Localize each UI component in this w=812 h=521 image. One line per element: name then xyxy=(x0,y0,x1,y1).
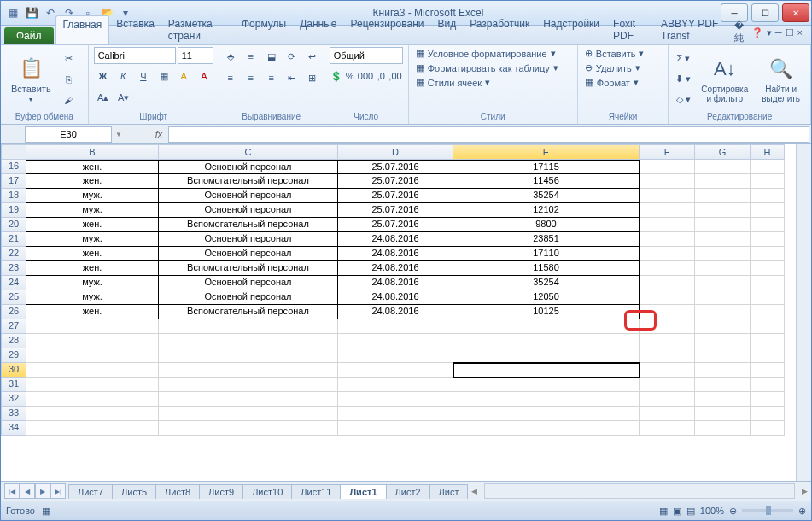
clear-icon[interactable]: ◇ ▾ xyxy=(674,91,692,109)
row-header-26[interactable]: 26 xyxy=(1,305,26,319)
cell-B24[interactable]: муж. xyxy=(26,276,159,290)
row-header-21[interactable]: 21 xyxy=(1,232,26,247)
cell-E26[interactable]: 10125 xyxy=(453,305,640,319)
cell-F23[interactable] xyxy=(640,261,695,276)
cell-G18[interactable] xyxy=(695,189,751,203)
row-header-29[interactable]: 29 xyxy=(1,348,26,363)
format-as-table-button[interactable]: ▦Форматировать как таблицу ▾ xyxy=(414,61,560,74)
cell-B20[interactable]: жен. xyxy=(26,218,159,232)
fill-icon[interactable]: ⬇ ▾ xyxy=(674,70,692,89)
ribbon-tab-10[interactable]: ABBYY PDF Transf xyxy=(654,15,734,44)
cell-G20[interactable] xyxy=(695,218,751,232)
bold-button[interactable]: Ж xyxy=(94,67,113,85)
cell-H30[interactable] xyxy=(751,363,785,378)
cell-C24[interactable]: Основной персонал xyxy=(159,276,338,290)
cell-H29[interactable] xyxy=(751,348,785,363)
ribbon-tab-6[interactable]: Вид xyxy=(431,15,464,44)
cell-D28[interactable] xyxy=(338,334,453,348)
cell-D29[interactable] xyxy=(338,348,453,363)
cell-F28[interactable] xyxy=(640,334,695,348)
cell-F19[interactable] xyxy=(640,203,695,218)
cell-H22[interactable] xyxy=(751,247,785,261)
cell-G30[interactable] xyxy=(695,363,751,378)
cell-D31[interactable] xyxy=(338,378,453,392)
row-header-19[interactable]: 19 xyxy=(1,203,26,218)
col-header-H[interactable]: H xyxy=(751,144,785,160)
cell-G25[interactable] xyxy=(695,290,751,305)
cell-C16[interactable]: Основной персонал xyxy=(159,160,338,174)
cell-D26[interactable]: 24.08.2016 xyxy=(338,305,453,319)
col-header-C[interactable]: C xyxy=(159,144,338,160)
ribbon-tab-5[interactable]: Рецензировани xyxy=(344,15,431,44)
merge-icon[interactable]: ⊞ xyxy=(303,68,322,87)
cell-E30[interactable] xyxy=(453,363,640,378)
sheet-nav-prev-icon[interactable]: ◀ xyxy=(20,483,35,499)
sheet-nav-next-icon[interactable]: ▶ xyxy=(35,483,50,499)
doc-close-icon[interactable]: × xyxy=(797,27,803,38)
row-header-24[interactable]: 24 xyxy=(1,276,26,290)
maximize-button[interactable]: ☐ xyxy=(751,3,779,22)
cell-G24[interactable] xyxy=(695,276,751,290)
wrap-text-icon[interactable]: ↩ xyxy=(303,47,322,66)
cell-B27[interactable] xyxy=(26,319,159,334)
cell-F20[interactable] xyxy=(640,218,695,232)
paste-button[interactable]: 📋 Вставить ▾ xyxy=(6,53,56,105)
zoom-out-icon[interactable]: ⊖ xyxy=(729,506,737,517)
cell-C21[interactable]: Основной персонал xyxy=(159,232,338,247)
cell-C25[interactable]: Основной персонал xyxy=(159,290,338,305)
format-cells-button[interactable]: ▦ Формат ▾ xyxy=(583,76,640,89)
cell-E32[interactable] xyxy=(453,392,640,407)
number-format-combo[interactable]: Общий xyxy=(330,47,403,64)
row-header-17[interactable]: 17 xyxy=(1,174,26,189)
cell-H19[interactable] xyxy=(751,203,785,218)
view-normal-icon[interactable]: ▦ xyxy=(659,506,668,517)
row-header-34[interactable]: 34 xyxy=(1,421,26,436)
col-header-G[interactable]: G xyxy=(695,144,751,160)
row-header-32[interactable]: 32 xyxy=(1,392,26,407)
cell-H34[interactable] xyxy=(751,421,785,436)
cell-E23[interactable]: 11580 xyxy=(453,261,640,276)
cell-E17[interactable]: 11456 xyxy=(453,174,640,189)
row-header-16[interactable]: 16 xyxy=(1,160,26,174)
cut-icon[interactable]: ✂ xyxy=(60,50,79,68)
cell-E24[interactable]: 35254 xyxy=(453,276,640,290)
delete-cells-button[interactable]: ⊖ Удалить ▾ xyxy=(583,61,642,74)
row-header-28[interactable]: 28 xyxy=(1,334,26,348)
cell-G22[interactable] xyxy=(695,247,751,261)
cell-H17[interactable] xyxy=(751,174,785,189)
cell-E25[interactable]: 12050 xyxy=(453,290,640,305)
cell-C30[interactable] xyxy=(159,363,338,378)
sheet-tab-Лист5[interactable]: Лист5 xyxy=(112,484,156,499)
cell-E18[interactable]: 35254 xyxy=(453,189,640,203)
ribbon-tab-7[interactable]: Разработчик xyxy=(463,15,536,44)
sheet-tab-Лист8[interactable]: Лист8 xyxy=(155,484,200,499)
sheet-tab-Лист2[interactable]: Лист2 xyxy=(386,484,430,499)
cell-E21[interactable]: 23851 xyxy=(453,232,640,247)
sheet-nav-first-icon[interactable]: |◀ xyxy=(4,483,20,499)
cell-G23[interactable] xyxy=(695,261,751,276)
cell-B32[interactable] xyxy=(26,392,159,407)
cell-E20[interactable]: 9800 xyxy=(453,218,640,232)
fill-color-button[interactable]: A xyxy=(174,67,193,85)
cell-C17[interactable]: Вспомогательный персонал xyxy=(159,174,338,189)
indent-dec-icon[interactable]: ⇤ xyxy=(283,68,301,87)
vertical-scrollbar[interactable] xyxy=(796,144,811,481)
sheet-tab-Лист11[interactable]: Лист11 xyxy=(291,484,341,499)
cell-B34[interactable] xyxy=(26,421,159,436)
cell-B31[interactable] xyxy=(26,378,159,392)
ribbon-min-icon[interactable]: ▾ xyxy=(767,27,772,38)
row-header-30[interactable]: 30 xyxy=(1,363,26,378)
cell-B19[interactable]: муж. xyxy=(26,203,159,218)
cell-G27[interactable] xyxy=(695,319,751,334)
view-layout-icon[interactable]: ▣ xyxy=(673,506,681,517)
cell-H16[interactable] xyxy=(751,160,785,174)
formula-input[interactable] xyxy=(168,126,809,143)
file-tab[interactable]: Файл xyxy=(4,27,54,44)
cell-H25[interactable] xyxy=(751,290,785,305)
row-header-23[interactable]: 23 xyxy=(1,261,26,276)
cell-D25[interactable]: 24.08.2016 xyxy=(338,290,453,305)
cell-E16[interactable]: 17115 xyxy=(453,160,640,174)
cell-C29[interactable] xyxy=(159,348,338,363)
select-all-corner[interactable] xyxy=(1,144,26,160)
fx-icon[interactable]: fx xyxy=(151,129,166,139)
